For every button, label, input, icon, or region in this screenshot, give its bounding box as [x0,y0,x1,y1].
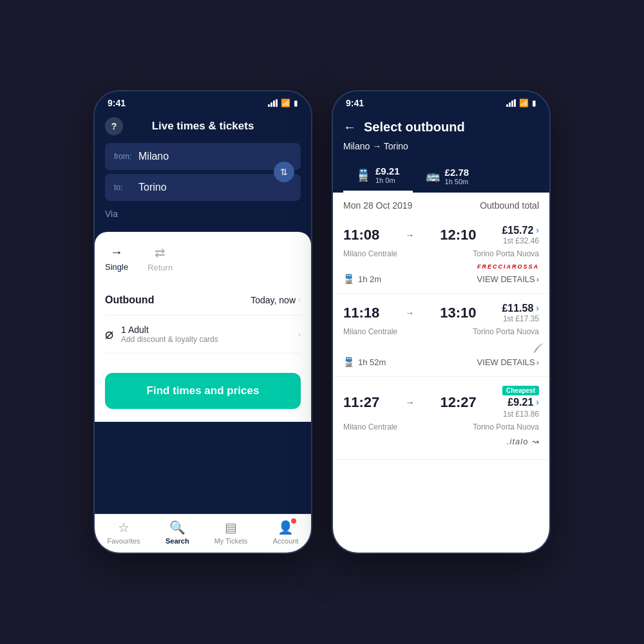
swap-button[interactable]: ⇅ [274,162,294,182]
result-3-times: 11:27 → 12:27 Cheapest £9.21 › 1st £13.8… [343,386,539,419]
date-label: Mon 28 Oct 2019 [343,200,412,211]
nav-label-favourites: Favourites [108,537,140,545]
train-small-icon-1: 🚆 [343,274,354,284]
bus-tab[interactable]: 🚌 £2.78 1h 50m [413,159,482,193]
star-icon: ☆ [118,520,129,535]
result-2-duration: 🚆 1h 52m [343,357,386,367]
return-arrow-icon: ⇄ [155,245,166,260]
result-3-arrive: 12:27 [440,394,477,411]
bus-tab-info: £2.78 1h 50m [445,167,469,185]
search-header: ? Live times & tickets [95,112,311,143]
result-1-operator: FRECCIAROSSA [343,263,539,270]
to-field[interactable]: to: Torino [105,174,301,201]
route-row: Milano → Torino [343,141,539,151]
result-1-times: 11:08 → 12:10 £15.72 › 1st £32.46 [343,225,539,245]
result-2-view-details[interactable]: VIEW DETAILS › [477,357,539,367]
page-title: Live times & tickets [152,120,254,133]
result-1[interactable]: 11:08 → 12:10 £15.72 › 1st £32.46 Milano… [333,216,549,294]
passenger-count: 1 Adult [121,325,218,335]
result-2-price-row: £11.58 › [502,303,539,314]
result-1-details-label: VIEW DETAILS [477,274,535,284]
wifi-icon-2: 📶 [519,99,529,108]
result-2-price: £11.58 [502,303,533,314]
passenger-row[interactable]: ⌀ 1 Adult Add discount & loyalty cards › [105,316,301,354]
single-label: Single [105,262,128,272]
single-option[interactable]: → Single [105,245,128,272]
bus-tab-time: 1h 50m [445,178,469,185]
train-tab-info: £9.21 1h 0m [375,166,400,184]
help-button[interactable]: ? [105,117,123,135]
result-2-arrow: → [405,308,414,318]
result-3-price: £9.21 [507,397,533,408]
tickets-icon: ▤ [225,520,237,535]
result-2-price-arrow: › [536,303,539,313]
result-1-view-details[interactable]: VIEW DETAILS › [477,274,539,284]
back-arrow-icon[interactable]: ← [343,120,356,135]
result-2-to: Torino Porta Nuova [473,327,539,336]
outbound-total: Outbound total [480,200,539,211]
result-1-depart: 11:08 [343,227,379,243]
result-3-price-1st: 1st £13.86 [503,410,539,419]
bus-tab-price: £2.78 [445,167,469,178]
find-button[interactable]: Find times and prices [105,373,301,409]
result-2[interactable]: 11:18 → 13:10 £11.58 › 1st £17.35 Milano… [333,294,549,377]
bus-tab-icon: 🚌 [426,169,440,183]
nav-label-search: Search [166,537,189,545]
location-inputs: from: Milano to: Torino ⇅ [105,143,301,201]
result-1-price-section: £15.72 › 1st £32.46 [502,225,539,245]
outbound-time: Today, now [251,295,296,305]
result-2-times: 11:18 → 13:10 £11.58 › 1st £17.35 [343,303,539,323]
battery-icon: ▮ [294,99,298,108]
outbound-chevron-icon: › [298,296,301,305]
result-1-details-chevron: › [536,274,539,284]
route-label: Milano → Torino [343,141,408,151]
train-tab-time: 1h 0m [375,176,400,184]
outbound-row[interactable]: Outbound Today, now › [105,285,301,316]
result-3-arrow: → [405,397,414,408]
train-small-icon-2: 🚆 [343,357,354,367]
status-icons-2: 📶 ▮ [506,99,536,108]
result-3-price-arrow: › [536,397,539,407]
train-tab[interactable]: 🚆 £9.21 1h 0m [343,159,413,193]
result-2-price-1st: 1st £17.35 [503,314,539,323]
result-1-to: Torino Porta Nuova [473,249,539,258]
train-tab-price: £9.21 [375,166,400,176]
battery-icon-2: ▮ [532,99,536,108]
transport-tabs: 🚆 £9.21 1h 0m 🚌 £2.78 1h 50m [343,159,539,193]
result-1-arrive: 12:10 [440,227,476,243]
return-option[interactable]: ⇄ Return [147,245,173,272]
from-label: from: [114,152,133,161]
back-row: ← Select outbound [343,120,539,135]
result-3-operator: .italo ↝ [343,437,539,446]
result-2-depart: 11:18 [343,305,379,321]
nav-item-tickets[interactable]: ▤ My Tickets [214,520,248,545]
result-3-stations: Milano Centrale Torino Porta Nuova [343,422,539,431]
nav-item-search[interactable]: 🔍 Search [166,520,189,545]
nav-item-favourites[interactable]: ☆ Favourites [108,520,140,545]
result-1-price-1st: 1st £32.46 [503,236,539,245]
result-3-from: Milano Centrale [343,422,397,431]
time-1: 9:41 [108,98,126,108]
wifi-icon: 📶 [281,99,290,108]
from-field[interactable]: from: Milano [105,143,301,170]
passenger-details: 1 Adult Add discount & loyalty cards [121,325,218,344]
result-1-price-arrow: › [536,225,539,235]
result-1-duration: 🚆 1h 2m [343,274,381,284]
result-2-arrive: 13:10 [440,305,476,321]
result-2-price-section: £11.58 › 1st £17.35 [502,303,539,323]
result-3-to: Torino Porta Nuova [473,422,539,431]
result-1-duration-row: 🚆 1h 2m VIEW DETAILS › [343,274,539,284]
status-bar-1: 9:41 📶 ▮ [95,91,311,112]
via-label: Via [105,206,301,222]
search-icon: 🔍 [169,520,185,535]
date-header: Mon 28 Oct 2019 Outbound total [333,193,549,216]
nav-item-account[interactable]: 👤 Account [273,520,299,545]
result-3-depart: 11:27 [343,394,379,411]
result-3[interactable]: 11:27 → 12:27 Cheapest £9.21 › 1st £13.8… [333,377,549,460]
signal-icon-2 [506,99,516,107]
to-value: Torino [138,182,167,193]
train-tab-icon: 🚆 [356,168,370,182]
results-list: Mon 28 Oct 2019 Outbound total 11:08 → 1… [333,193,549,553]
status-icons-1: 📶 ▮ [268,99,298,108]
bottom-nav: ☆ Favourites 🔍 Search ▤ My Tickets 👤 Acc… [95,514,311,553]
